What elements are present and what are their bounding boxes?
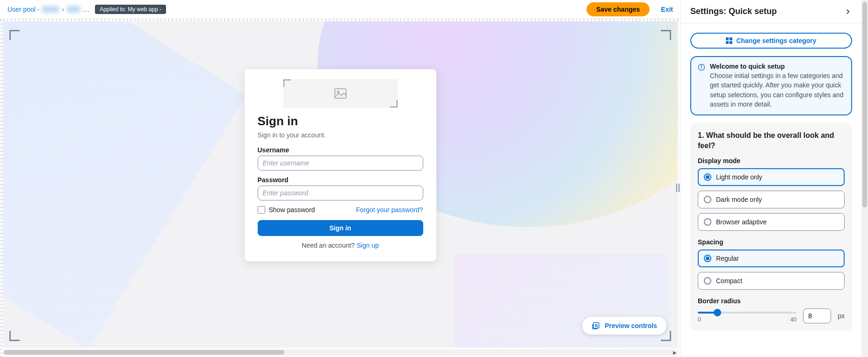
breadcrumb-root[interactable]: User pool -: [7, 6, 39, 13]
show-password-checkbox[interactable]: Show password: [258, 206, 315, 214]
radio-dot-icon: [704, 218, 711, 226]
chevron-right-icon: ›: [62, 6, 64, 13]
radio-dot-icon: [704, 277, 711, 285]
radius-unit: px: [838, 312, 845, 320]
radio-adaptive-label: Browser adaptive: [716, 218, 767, 226]
signup-link[interactable]: Sign up: [357, 242, 379, 249]
logo-placeholder: [283, 79, 398, 107]
svg-rect-5: [730, 37, 732, 40]
show-password-input[interactable]: [258, 206, 265, 214]
preview-canvas: Sign in Sign in to your account. Usernam…: [3, 21, 678, 348]
crop-corner-bl: [9, 331, 20, 341]
breadcrumb-pool-name[interactable]: [42, 6, 59, 13]
horizontal-scrollbar[interactable]: ◀ ▶: [3, 350, 678, 355]
exit-link[interactable]: Exit: [661, 6, 673, 13]
image-placeholder-icon: [334, 88, 347, 99]
applied-to-value: My web app -: [128, 6, 161, 13]
need-account-text: Need an account?: [302, 242, 357, 249]
radio-dark-mode[interactable]: Dark mode only: [698, 191, 845, 208]
preview-controls-button[interactable]: Preview controls: [582, 317, 666, 335]
username-input[interactable]: [258, 156, 423, 171]
radio-dot-icon: [704, 196, 711, 203]
quick-setup-info: Welcome to quick setup Choose initial se…: [690, 56, 852, 115]
radio-dark-label: Dark mode only: [716, 196, 762, 203]
sidebar-title: Settings: Quick setup: [690, 7, 777, 16]
expand-icon: [592, 321, 600, 330]
username-label: Username: [258, 146, 423, 154]
password-label: Password: [258, 176, 423, 184]
info-body: Choose initial settings in a few categor…: [710, 71, 845, 109]
radio-light-mode[interactable]: Light mode only: [698, 168, 845, 186]
breadcrumb-current: [67, 6, 80, 13]
slider-thumb[interactable]: [714, 309, 721, 316]
svg-point-1: [337, 91, 339, 93]
border-radius-label: Border radius: [698, 297, 845, 305]
applied-to-chip: Applied to: My web app -: [95, 5, 166, 14]
change-settings-category-button[interactable]: Change settings category: [690, 33, 852, 49]
preview-canvas-area: Sign in Sign in to your account. Usernam…: [0, 19, 680, 357]
svg-rect-6: [726, 41, 729, 44]
scroll-right-icon[interactable]: ▶: [672, 350, 678, 355]
look-and-feel-section: 1. What should be the overall look and f…: [690, 123, 852, 331]
applied-to-prefix: Applied to:: [100, 6, 128, 13]
sidebar-collapse-icon[interactable]: [844, 7, 852, 16]
signin-button[interactable]: Sign in: [258, 220, 423, 236]
change-settings-label: Change settings category: [736, 37, 816, 44]
display-mode-label: Display mode: [698, 157, 845, 164]
radio-browser-adaptive[interactable]: Browser adaptive: [698, 213, 845, 231]
save-changes-button[interactable]: Save changes: [586, 2, 650, 16]
svg-point-10: [701, 65, 702, 66]
spacing-label: Spacing: [698, 238, 845, 246]
preview-controls-label: Preview controls: [605, 322, 657, 329]
signup-row: Need an account? Sign up: [258, 242, 423, 249]
radio-dot-icon: [704, 255, 711, 262]
scrollbar-thumb[interactable]: [4, 350, 284, 355]
crop-corner-tl: [9, 30, 20, 40]
grid-icon: [726, 37, 732, 44]
svg-rect-7: [730, 41, 732, 44]
info-title: Welcome to quick setup: [710, 63, 845, 70]
forgot-password-link[interactable]: Forgot your password?: [356, 206, 423, 214]
breadcrumb-ellipsis: …: [83, 6, 89, 13]
radio-spacing-compact[interactable]: Compact: [698, 272, 845, 290]
top-bar: User pool - › … Applied to: My web app -…: [0, 0, 680, 19]
radio-compact-label: Compact: [716, 277, 742, 285]
info-icon: [698, 64, 705, 109]
signin-heading: Sign in: [258, 114, 423, 129]
svg-rect-2: [593, 322, 599, 328]
settings-sidebar: Settings: Quick setup Change settings ca…: [681, 0, 861, 357]
radio-light-label: Light mode only: [716, 173, 762, 181]
signin-card: Sign in Sign in to your account. Usernam…: [245, 69, 436, 261]
crop-corner-tr: [661, 30, 671, 40]
border-radius-slider[interactable]: 0 40: [698, 309, 796, 323]
radio-spacing-regular[interactable]: Regular: [698, 250, 845, 267]
password-input[interactable]: [258, 186, 423, 200]
radio-dot-icon: [704, 173, 711, 181]
question-1-heading: 1. What should be the overall look and f…: [698, 130, 845, 150]
radio-regular-label: Regular: [716, 255, 739, 262]
border-radius-input[interactable]: [803, 308, 831, 323]
show-password-label: Show password: [269, 206, 315, 214]
svg-rect-4: [726, 37, 729, 40]
page-vertical-scrollbar[interactable]: [861, 0, 868, 357]
slider-min: 0: [698, 316, 701, 323]
signin-subheading: Sign in to your account.: [258, 131, 423, 139]
scrollbar-thumb[interactable]: [862, 2, 867, 207]
breadcrumb: User pool - › …: [7, 6, 89, 13]
slider-max: 40: [790, 316, 796, 323]
panel-resize-handle[interactable]: [676, 184, 680, 192]
